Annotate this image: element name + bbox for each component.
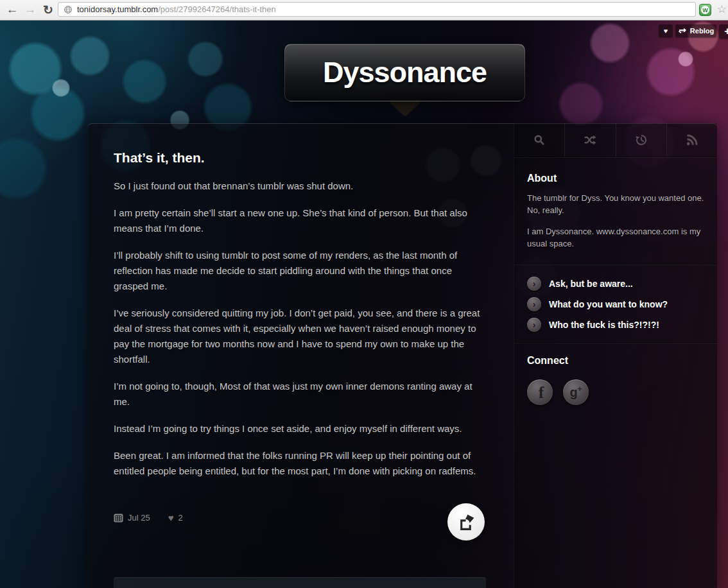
follow-button[interactable]: +	[719, 24, 728, 39]
sidebar-nav	[514, 123, 717, 157]
share-button[interactable]	[447, 503, 485, 540]
sidebar-link-label: Who the fuck is this?!?!?!	[549, 320, 659, 330]
post-paragraph: So I just found out that brennan’s tumbl…	[114, 178, 487, 194]
post-article: That’s it, then. So I just found out tha…	[114, 123, 487, 490]
blog-title: Dyssonance	[323, 56, 487, 89]
heart-icon: ♥	[664, 27, 668, 35]
post-paragraph: I’ve seriously considered quitting my jo…	[114, 306, 487, 367]
sidebar-link-label: Ask, but be aware...	[549, 279, 633, 289]
facebook-icon: f	[539, 383, 544, 402]
facebook-button[interactable]: f	[527, 379, 553, 405]
forward-icon[interactable]: →	[22, 1, 39, 18]
url-path: /post/27992647264/thats-it-then	[158, 4, 276, 14]
blog-header[interactable]: Dyssonance	[284, 44, 525, 101]
wot-extension-icon[interactable]: W	[699, 4, 711, 16]
sidebar-link-who[interactable]: › Who the fuck is this?!?!?!	[527, 318, 704, 332]
like-button[interactable]: ♥	[659, 24, 673, 37]
rss-icon	[686, 134, 698, 146]
connect-section: Connect f g+	[514, 343, 717, 417]
bookmark-star-icon[interactable]: ☆	[717, 3, 727, 16]
chevron-right-icon: ›	[527, 318, 541, 332]
social-row: f g+	[527, 379, 704, 405]
post-paragraph: I’ll probably shift to using tumblr to p…	[114, 248, 487, 294]
like-count: 2	[178, 513, 183, 523]
sidebar: About The tumblr for Dyss. You know you …	[514, 123, 717, 588]
pages-section: › Ask, but be aware... › What do you wan…	[514, 265, 717, 342]
url-text: tonidorsay.tumblr.com/post/27992647264/t…	[77, 4, 276, 14]
about-section: About The tumblr for Dyss. You know you …	[514, 157, 717, 264]
post-title: That’s it, then.	[114, 150, 487, 166]
sidebar-link-label: What do you want to know?	[549, 299, 668, 309]
history-clock-icon	[635, 134, 648, 146]
page-viewport: ♥ Reblog + Dyssonance That’s it, then. S…	[0, 21, 728, 588]
search-icon	[533, 134, 546, 146]
next-post-peek[interactable]	[114, 577, 486, 588]
reblog-icon	[678, 28, 687, 34]
reblog-button[interactable]: Reblog	[675, 24, 716, 37]
about-text: The tumblr for Dyss. You know you wanted…	[527, 192, 704, 216]
screen: ← → ↻ tonidorsay.tumblr.com/post/2799264…	[0, 0, 728, 588]
header-chevron-decoration	[390, 101, 420, 116]
about-text: I am Dyssonance. www.dyssonance.com is m…	[527, 225, 704, 250]
reload-icon[interactable]: ↻	[40, 1, 56, 18]
connect-heading: Connect	[527, 355, 704, 367]
back-icon[interactable]: ←	[4, 1, 21, 18]
content-panel: That’s it, then. So I just found out tha…	[88, 123, 717, 588]
sidebar-random-button[interactable]	[564, 123, 615, 157]
shuffle-icon	[584, 134, 596, 146]
googleplus-icon: g+	[569, 385, 582, 400]
post-paragraph: Instead I’m going to try things I once s…	[114, 421, 487, 437]
address-bar[interactable]: tonidorsay.tumblr.com/post/27992647264/t…	[58, 2, 696, 17]
sidebar-archive-button[interactable]	[616, 123, 666, 157]
wot-letter: W	[701, 6, 709, 14]
calendar-icon	[114, 513, 123, 523]
heart-icon: ♥	[168, 512, 174, 523]
chevron-right-icon: ›	[527, 297, 541, 311]
share-icon	[458, 514, 475, 531]
post-date[interactable]: Jul 25	[114, 513, 150, 523]
plus-icon: +	[724, 26, 728, 37]
post-paragraph: I am pretty certain she’ll start a new o…	[114, 205, 487, 236]
globe-icon	[64, 5, 73, 14]
sidebar-search-button[interactable]	[514, 123, 564, 157]
post-likes[interactable]: ♥ 2	[168, 512, 183, 523]
post-date-label: Jul 25	[128, 513, 150, 523]
sidebar-link-ask[interactable]: › Ask, but be aware...	[527, 277, 704, 291]
post-meta: Jul 25 ♥ 2	[114, 512, 183, 523]
browser-toolbar: ← → ↻ tonidorsay.tumblr.com/post/2799264…	[0, 0, 728, 21]
url-domain: tonidorsay.tumblr.com	[77, 4, 158, 14]
googleplus-button[interactable]: g+	[563, 379, 589, 405]
chevron-right-icon: ›	[527, 277, 541, 291]
post-paragraph: Been great. I am informed that the folks…	[114, 448, 487, 479]
reblog-label: Reblog	[690, 27, 714, 35]
sidebar-link-questions[interactable]: › What do you want to know?	[527, 297, 704, 311]
about-heading: About	[527, 173, 704, 184]
post-paragraph: I’m not going to, though, Most of that w…	[114, 379, 487, 410]
sidebar-rss-button[interactable]	[666, 123, 717, 157]
